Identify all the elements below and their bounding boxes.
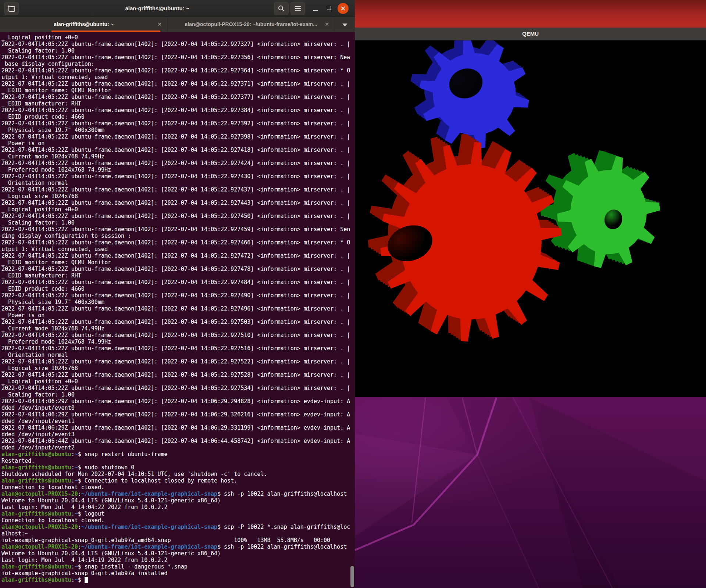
terminal-line: alan-griffiths@ubuntu:~$ sudo shutdown 0 — [1, 464, 355, 471]
terminal-line: utput 1: Virtual connected, used — [1, 74, 355, 80]
terminal-line: _ EDID product code: 4660 — [1, 286, 355, 292]
qemu-titlebar[interactable]: QEMU — [355, 28, 706, 40]
terminal-line: _ Logical position +0+0 — [1, 206, 355, 213]
terminal-line: _ Preferred mode 1024x768 74.99Hz — [1, 166, 355, 173]
terminal-line: _ EDID manufacturer: RHT — [1, 272, 355, 279]
terminal-line: 2022-07-04T14:05:22Z ubuntu-frame.daemon… — [1, 358, 355, 365]
active-tab-indicator — [51, 31, 160, 32]
terminal-line: alan@octopull-PROX15-20:~/ubuntu-frame/i… — [1, 491, 355, 497]
terminal-line: alan-griffiths@ubuntu:~$ Connection to l… — [1, 477, 355, 484]
terminal-line: _ Logical position +0+0 — [1, 34, 355, 41]
terminal-line: alan@octopull-PROX15-20:~/ubuntu-frame/i… — [1, 524, 355, 530]
terminal-line: _ EDID product code: 4660 — [1, 114, 355, 120]
terminal-line: _ EDID monitor name: QEMU Monitor — [1, 87, 355, 94]
terminal-line: _ EDID monitor name: QEMU Monitor — [1, 259, 355, 266]
terminal-line: Connection to localhost closed. — [1, 484, 355, 491]
terminal-line: alan-griffiths@ubuntu:~$ snap restart ub… — [1, 451, 355, 458]
tab-label: alan@octopull-PROX15-20: ~/ubuntu-frame/… — [180, 17, 322, 32]
terminal-window: alan-griffiths@ubuntu: ~ — [0, 0, 355, 588]
search-button[interactable] — [274, 2, 289, 15]
terminal-line: alhost:~ — [1, 530, 355, 537]
terminal-line: 2022-07-04T14:05:22Z ubuntu-frame.daemon… — [1, 160, 355, 166]
terminal-line: 2022-07-04T14:05:22Z ubuntu-frame.daemon… — [1, 319, 355, 325]
terminal-line: 2022-07-04T14:05:22Z ubuntu-frame.daemon… — [1, 292, 355, 299]
terminal-line: 2022-07-04T14:05:22Z ubuntu-frame.daemon… — [1, 345, 355, 352]
terminal-line: alan-griffiths@ubuntu:~$ logout — [1, 510, 355, 517]
terminal-line: _ Power is on — [1, 140, 355, 147]
terminal-line: 2022-07-04T14:05:22Z ubuntu-frame.daemon… — [1, 372, 355, 378]
new-tab-button[interactable] — [4, 2, 19, 15]
red-gear — [368, 134, 561, 341]
terminal-line: dded /dev/input/event1 — [1, 418, 355, 424]
terminal-line: _ Orientation normal — [1, 352, 355, 358]
tab-close-icon[interactable]: ✕ — [156, 17, 163, 32]
terminal-line: Shutdown scheduled for Mon 2022-07-04 14… — [1, 471, 355, 477]
terminal-line: 2022-07-04T14:05:22Z ubuntu-frame.daemon… — [1, 279, 355, 286]
qemu-display[interactable] — [355, 40, 706, 397]
terminal-line: 2022-07-04T14:05:22Z ubuntu-frame.daemon… — [1, 173, 355, 180]
terminal-line: 2022-07-04T14:05:22Z ubuntu-frame.daemon… — [1, 54, 355, 61]
terminal-line: _ Logical size 1024x768 — [1, 365, 355, 372]
blue-gear — [411, 40, 529, 148]
terminal-line: 2022-07-04T14:05:22Z ubuntu-frame.daemon… — [1, 239, 355, 246]
terminal-line: _ Current mode 1024x768 74.99Hz — [1, 153, 355, 160]
terminal-line: 2022-07-04T14:05:22Z ubuntu-frame.daemon… — [1, 147, 355, 153]
terminal-line: Last login: Mon Jul 4 14:04:22 2022 from… — [1, 504, 355, 510]
tab-list-dropdown-button[interactable] — [336, 20, 353, 29]
terminal-line: Welcome to Ubuntu 20.04.4 LTS (GNU/Linux… — [1, 497, 355, 504]
tab-close-icon[interactable]: ✕ — [323, 17, 331, 32]
terminal-line: 2022-07-04T14:06:29Z ubuntu-frame.daemon… — [1, 398, 355, 405]
terminal-line: 2022-07-04T14:05:22Z ubuntu-frame.daemon… — [1, 107, 355, 114]
terminal-line: 2022-07-04T14:05:22Z ubuntu-frame.daemon… — [1, 305, 355, 312]
terminal-line: 2022-07-04T14:05:22Z ubuntu-frame.daemon… — [1, 133, 355, 140]
terminal-line: _ Scaling factor: 1.00 — [1, 47, 355, 54]
terminal-line: _ Logical position +0+0 — [1, 378, 355, 385]
terminal-line: 2022-07-04T14:05:22Z ubuntu-frame.daemon… — [1, 94, 355, 100]
menu-button[interactable] — [290, 2, 305, 15]
terminal-line: base display configuration: — [1, 61, 355, 67]
tab-remote-session[interactable]: alan@octopull-PROX15-20: ~/ubuntu-frame/… — [167, 17, 335, 32]
terminal-line: 2022-07-04T14:05:22Z ubuntu-frame.daemon… — [1, 213, 355, 219]
window-title: alan-griffiths@ubuntu: ~ — [44, 0, 270, 17]
terminal-line: alan-griffiths@ubuntu:~$ — [1, 577, 355, 583]
green-gear — [540, 150, 660, 268]
terminal-tabbar: alan-griffiths@ubuntu: ~ ✕ alan@octopull… — [0, 17, 355, 32]
terminal-line: _ Orientation normal — [1, 180, 355, 186]
maximize-icon[interactable] — [327, 6, 331, 10]
terminal-line: 2022-07-04T14:05:22Z ubuntu-frame.daemon… — [1, 186, 355, 193]
tab-local-session[interactable]: alan-griffiths@ubuntu: ~ ✕ — [0, 17, 168, 32]
terminal-line: dded /dev/input/event0 — [1, 405, 355, 411]
terminal-line: 2022-07-04T14:05:22Z ubuntu-frame.daemon… — [1, 67, 355, 74]
terminal-line: _ Scaling factor: 1.00 — [1, 391, 355, 398]
screen: alan-griffiths@ubuntu: ~ — [0, 0, 706, 588]
terminal-line: Restarted. — [1, 458, 355, 464]
close-icon[interactable] — [338, 3, 349, 14]
terminal-line: alan@octopull-PROX15-20:~/ubuntu-frame/i… — [1, 544, 355, 550]
terminal-cursor — [85, 577, 88, 583]
terminal-line: dded /dev/input/event2 — [1, 444, 355, 451]
terminal-line: 2022-07-04T14:05:22Z ubuntu-frame.daemon… — [1, 200, 355, 206]
terminal-line: 2022-07-04T14:06:29Z ubuntu-frame.daemon… — [1, 424, 355, 431]
terminal-line: alan-griffiths@ubuntu:~$ snap install --… — [1, 563, 355, 570]
terminal-line: iot-example-graphical-snap_0+git.e1ab97a… — [1, 537, 355, 544]
terminal-line: 2022-07-04T14:05:22Z ubuntu-frame.daemon… — [1, 80, 355, 87]
chevron-down-icon — [342, 24, 347, 26]
terminal-line: _ Logical size 1024x768 — [1, 193, 355, 200]
terminal-line: 2022-07-04T14:05:22Z ubuntu-frame.daemon… — [1, 120, 355, 127]
terminal-output[interactable]: _ Logical position +0+02022-07-04T14:05:… — [0, 32, 355, 588]
terminal-line: 2022-07-04T14:05:22Z ubuntu-frame.daemon… — [1, 385, 355, 391]
terminal-line: 2022-07-04T14:05:22Z ubuntu-frame.daemon… — [1, 266, 355, 272]
terminal-line: _ Current mode 1024x768 74.99Hz — [1, 325, 355, 332]
terminal-line: _ EDID manufacturer: RHT — [1, 100, 355, 107]
desktop-wallpaper: QEMU — [355, 0, 706, 588]
terminal-line: utput 1: Virtual connected, used — [1, 246, 355, 252]
terminal-line: iot-example-graphical-snap 0+git.e1ab97a… — [1, 570, 355, 577]
terminal-line: Last login: Mon Jul 4 14:14:19 2022 from… — [1, 557, 355, 563]
terminal-headerbar[interactable]: alan-griffiths@ubuntu: ~ — [0, 0, 355, 17]
terminal-scrollbar-thumb[interactable] — [350, 566, 354, 587]
terminal-line: 2022-07-04T14:05:22Z ubuntu-frame.daemon… — [1, 226, 355, 233]
minimize-icon[interactable] — [313, 10, 318, 11]
terminal-line: dded /dev/input/event3 — [1, 431, 355, 438]
terminal-line: _ Physical size 19.7" 400x300mm — [1, 299, 355, 305]
qemu-window: QEMU — [355, 28, 706, 397]
